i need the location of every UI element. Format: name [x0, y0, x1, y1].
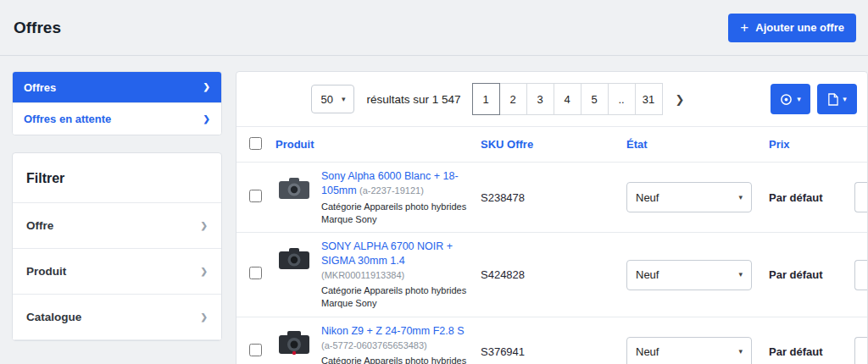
column-header-sku[interactable]: SKU Offre	[481, 138, 626, 151]
sku-value: S424828	[481, 268, 626, 281]
chevron-right-icon: ❯	[201, 313, 208, 322]
product-cell: Sony Alpha 6000 Blanc + 18-105mm (a-2237…	[275, 169, 481, 225]
page-button-3[interactable]: 3	[526, 83, 554, 115]
price-input[interactable]	[854, 260, 867, 290]
product-info: Sony Alpha 6000 Blanc + 18-105mm (a-2237…	[321, 169, 470, 225]
etat-value: Neuf	[636, 345, 659, 358]
page-button-4[interactable]: 4	[554, 83, 581, 115]
column-header-produit[interactable]: Produit	[275, 138, 481, 151]
product-category: Catégorie Appareils photo hybrides	[321, 284, 470, 297]
sidebar-item-offres-en-attente[interactable]: Offres en attente ❯	[13, 103, 221, 135]
top-bar: Offres + Ajouter une offre	[0, 0, 868, 56]
page-button-2[interactable]: 2	[499, 83, 527, 115]
filter-item-catalogue[interactable]: Catalogue ❯	[13, 295, 221, 340]
product-cell: Nikon Z9 + Z 24-70mm F2.8 S (a-5772-0603…	[275, 324, 481, 364]
row-checkbox[interactable]	[249, 344, 262, 356]
caret-down-icon: ▾	[738, 271, 743, 279]
caret-down-icon: ▾	[342, 96, 346, 103]
sidebar: Offres ❯ Offres en attente ❯ Filtrer Off…	[12, 71, 222, 341]
export-dropdown-button[interactable]: ▾	[817, 84, 857, 114]
product-brand: Marque Sony	[321, 213, 470, 226]
sidebar-item-offres[interactable]: Offres ❯	[13, 72, 221, 103]
filter-item-label: Offre	[26, 219, 53, 232]
product-ref: (a-5772-0603765653483)	[321, 340, 427, 350]
sidebar-item-label: Offres en attente	[24, 113, 111, 125]
next-page-button[interactable]: ❯	[666, 83, 694, 115]
page-button-ellipsis[interactable]: ..	[608, 83, 636, 115]
price-type-label: Par défaut	[769, 191, 823, 204]
price-input[interactable]	[854, 337, 867, 364]
product-cell: SONY ALPHA 6700 NOIR + SIGMA 30mm 1.4 (M…	[275, 240, 481, 310]
column-header-prix[interactable]: Prix	[769, 138, 867, 151]
plus-icon: +	[740, 20, 748, 35]
filter-item-label: Catalogue	[26, 311, 81, 323]
caret-down-icon: ▾	[738, 348, 743, 356]
table-row: SONY ALPHA 6700 NOIR + SIGMA 30mm 1.4 (M…	[236, 233, 867, 317]
results-count-text: résultats sur 1 547	[366, 93, 460, 106]
table-actions: ▾ ▾	[771, 84, 857, 114]
product-ref: (a-2237-19121)	[359, 185, 424, 196]
page-button-5[interactable]: 5	[581, 83, 609, 115]
price-input[interactable]	[854, 182, 867, 212]
nav-card: Offres ❯ Offres en attente ❯	[12, 71, 222, 135]
product-link[interactable]: SONY ALPHA 6700 NOIR + SIGMA 30mm 1.4	[321, 240, 453, 267]
etat-select[interactable]: Neuf ▾	[626, 260, 752, 290]
etat-select[interactable]: Neuf ▾	[626, 337, 752, 364]
filter-item-offre[interactable]: Offre ❯	[13, 203, 221, 249]
product-info: Nikon Z9 + Z 24-70mm F2.8 S (a-5772-0603…	[321, 324, 470, 364]
product-info: SONY ALPHA 6700 NOIR + SIGMA 30mm 1.4 (M…	[321, 240, 470, 310]
filter-title: Filtrer	[13, 153, 221, 203]
row-checkbox[interactable]	[249, 190, 262, 202]
filter-item-produit[interactable]: Produit ❯	[13, 249, 221, 295]
per-page-select[interactable]: 50 ▾	[311, 85, 354, 113]
per-page-value: 50	[320, 93, 332, 106]
etat-select[interactable]: Neuf ▾	[626, 182, 752, 212]
page-button-31[interactable]: 31	[635, 83, 663, 115]
product-category: Catégorie Appareils photo hybrides	[321, 355, 470, 364]
product-image	[275, 240, 313, 277]
product-ref: (MKR00011913384)	[321, 270, 404, 280]
column-header-etat[interactable]: État	[626, 138, 769, 151]
select-all-checkbox[interactable]	[249, 137, 262, 150]
price-type-label: Par défaut	[769, 268, 823, 281]
pagination-row: 50 ▾ résultats sur 1 547 1 2 3 4 5 .. 31…	[236, 72, 867, 127]
chevron-right-icon: ❯	[201, 267, 208, 276]
product-link[interactable]: Nikon Z9 + Z 24-70mm F2.8 S	[321, 325, 464, 337]
export-file-icon	[827, 93, 838, 106]
content: Offres ❯ Offres en attente ❯ Filtrer Off…	[0, 56, 868, 364]
product-image	[275, 169, 313, 207]
table-header: Produit SKU Offre État Prix	[236, 127, 867, 163]
sku-value: S376941	[481, 345, 626, 358]
pagination-center: 50 ▾ résultats sur 1 547 1 2 3 4 5 .. 31…	[311, 83, 693, 115]
caret-down-icon: ▾	[843, 96, 847, 103]
filter-item-label: Produit	[26, 265, 66, 278]
chevron-right-icon: ❯	[203, 83, 210, 91]
etat-value: Neuf	[636, 268, 659, 281]
filter-card: Filtrer Offre ❯ Produit ❯ Catalogue ❯	[12, 152, 222, 341]
page-title: Offres	[14, 19, 61, 37]
etat-value: Neuf	[636, 191, 659, 204]
product-category: Catégorie Appareils photo hybrides	[321, 201, 470, 213]
caret-down-icon: ▾	[738, 194, 743, 201]
table-row: Nikon Z9 + Z 24-70mm F2.8 S (a-5772-0603…	[236, 317, 867, 364]
caret-down-icon: ▾	[797, 96, 801, 103]
row-checkbox[interactable]	[249, 267, 262, 279]
options-icon	[780, 93, 793, 106]
page-button-1[interactable]: 1	[472, 83, 500, 115]
product-image	[275, 324, 313, 361]
add-offer-button[interactable]: + Ajouter une offre	[728, 14, 856, 42]
page-buttons: 1 2 3 4 5 .. 31 ❯	[473, 83, 694, 115]
product-brand: Marque Sony	[321, 297, 470, 310]
chevron-right-icon: ❯	[203, 115, 210, 124]
sidebar-item-label: Offres	[24, 81, 56, 94]
offers-table-card: 50 ▾ résultats sur 1 547 1 2 3 4 5 .. 31…	[236, 71, 868, 364]
table-row: Sony Alpha 6000 Blanc + 18-105mm (a-2237…	[236, 163, 867, 233]
add-offer-label: Ajouter une offre	[755, 21, 844, 34]
chevron-right-icon: ❯	[201, 222, 208, 230]
sku-value: S238478	[481, 191, 626, 204]
price-type-label: Par défaut	[769, 345, 823, 358]
options-dropdown-button[interactable]: ▾	[771, 84, 810, 114]
